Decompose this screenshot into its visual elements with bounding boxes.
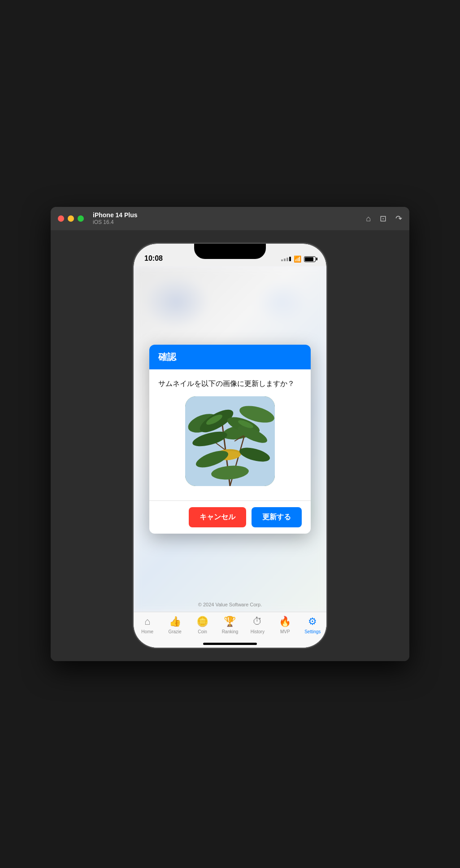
screenshot-icon[interactable]: ⊡: [380, 214, 386, 224]
mac-maximize-button[interactable]: [78, 215, 84, 222]
app-content: 確認 サムネイルを以下の画像に更新しますか？: [134, 266, 326, 648]
coin-tab-icon: 🪙: [196, 616, 208, 627]
dialog-footer: キャンセル 更新する: [149, 501, 311, 534]
confirm-button[interactable]: 更新する: [252, 507, 302, 527]
status-time: 10:08: [144, 254, 163, 263]
history-tab-icon: ⏱: [252, 616, 262, 627]
home-tab-icon: ⌂: [144, 616, 150, 627]
home-tab-label: Home: [141, 629, 153, 634]
history-tab-label: History: [251, 629, 265, 634]
signal-icon: [281, 257, 291, 261]
mvp-tab-label: MVP: [280, 629, 290, 634]
mvp-tab-icon: 🔥: [279, 616, 291, 627]
coin-tab-label: Coin: [198, 629, 207, 634]
dialog-body: サムネイルを以下の画像に更新しますか？: [149, 369, 311, 500]
tab-ranking[interactable]: 🏆 Ranking: [216, 616, 243, 634]
wifi-icon: 📶: [294, 255, 301, 263]
dialog-header: 確認: [149, 345, 311, 369]
cancel-button[interactable]: キャンセル: [189, 507, 246, 527]
ranking-tab-icon: 🏆: [224, 616, 236, 627]
tab-home[interactable]: ⌂ Home: [134, 616, 161, 634]
tab-mvp[interactable]: 🔥 MVP: [271, 616, 299, 634]
rotate-icon[interactable]: ↷: [395, 214, 402, 224]
dialog-title: 確認: [158, 352, 176, 362]
mac-device-title: iPhone 14 Plus iOS 16.4: [93, 211, 138, 225]
ranking-tab-label: Ranking: [222, 629, 239, 634]
tab-settings[interactable]: ⚙ Settings: [299, 616, 326, 634]
status-icons: 📶: [281, 255, 316, 263]
settings-tab-label: Settings: [304, 629, 321, 634]
tab-history[interactable]: ⏱ History: [244, 616, 271, 634]
mac-window: iPhone 14 Plus iOS 16.4 ⌂ ⊡ ↷ 10:08: [51, 207, 409, 661]
phone-device: 10:08 📶: [134, 244, 326, 648]
grazie-tab-label: Grazie: [168, 629, 181, 634]
phone-notch: [194, 244, 266, 259]
tab-coin[interactable]: 🪙 Coin: [189, 616, 216, 634]
home-icon[interactable]: ⌂: [366, 214, 371, 224]
phone-screen: 10:08 📶: [134, 244, 326, 648]
dialog-message: サムネイルを以下の画像に更新しますか？: [158, 378, 302, 389]
thumbnail-preview: [185, 396, 275, 486]
phone-wrapper: 10:08 📶: [51, 230, 409, 661]
mac-toolbar: ⌂ ⊡ ↷: [366, 214, 402, 224]
dialog-overlay: 確認 サムネイルを以下の画像に更新しますか？: [134, 266, 326, 612]
battery-icon: [304, 256, 316, 262]
settings-tab-icon: ⚙: [308, 616, 317, 627]
home-indicator: [203, 643, 257, 645]
tab-bar: ⌂ Home 👍 Grazie 🪙 Coin 🏆: [134, 612, 326, 648]
mac-close-button[interactable]: [58, 215, 64, 222]
tab-grazie[interactable]: 👍 Grazie: [161, 616, 188, 634]
mac-minimize-button[interactable]: [68, 215, 74, 222]
mac-titlebar: iPhone 14 Plus iOS 16.4 ⌂ ⊡ ↷: [51, 207, 409, 230]
grazie-tab-icon: 👍: [169, 616, 181, 627]
confirmation-dialog: 確認 サムネイルを以下の画像に更新しますか？: [149, 345, 311, 534]
